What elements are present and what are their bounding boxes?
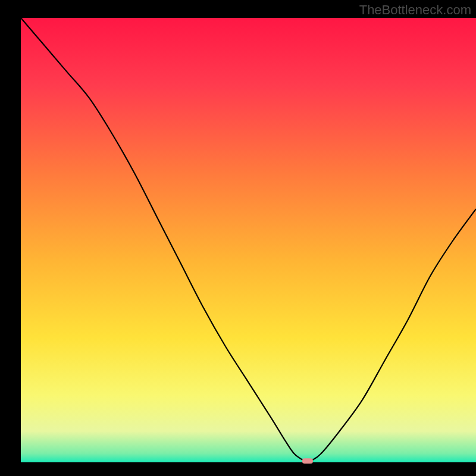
watermark-text: TheBottleneck.com bbox=[359, 2, 471, 18]
optimal-point-marker bbox=[302, 458, 313, 464]
plot-background bbox=[21, 18, 476, 462]
chart-container: { "watermark": "TheBottleneck.com", "cha… bbox=[0, 0, 476, 476]
bottleneck-chart bbox=[0, 0, 476, 476]
